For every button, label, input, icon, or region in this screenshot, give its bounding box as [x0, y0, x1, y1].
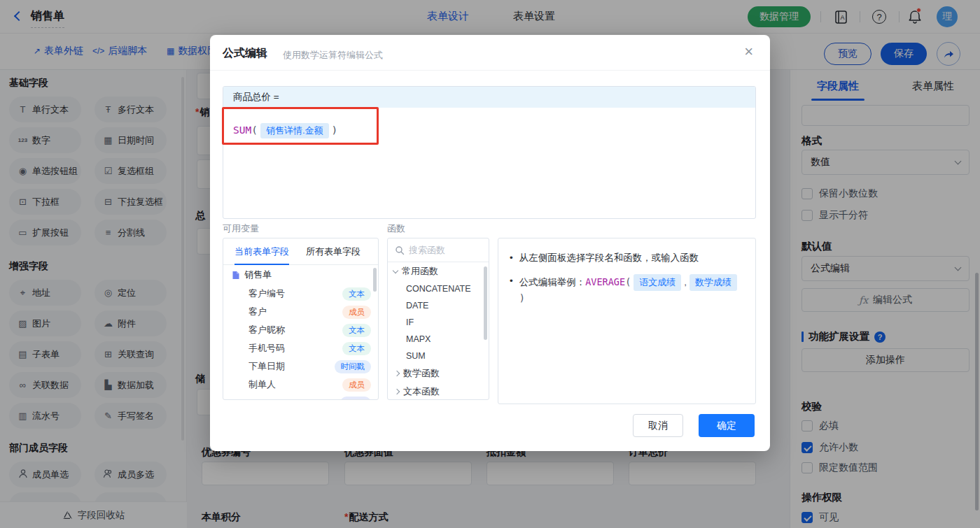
type-badge: 时间戳	[335, 360, 372, 373]
variables-label: 可用变量	[223, 222, 259, 235]
bullet-icon: •	[510, 274, 513, 306]
variable-row-partial	[223, 394, 378, 400]
function-group-math[interactable]: 数学函数	[388, 364, 489, 383]
function-group-text[interactable]: 文本函数	[388, 383, 489, 400]
variable-row[interactable]: 下单日期时间戳	[223, 357, 378, 376]
chevron-down-icon	[393, 267, 398, 273]
example-function-name: AVERAGE	[585, 276, 625, 287]
formula-target: 商品总价 =	[223, 87, 755, 108]
type-badge: 成员	[342, 306, 371, 319]
formula-editor-area[interactable]: 商品总价 = SUM(销售详情.金额)	[223, 86, 756, 219]
function-item-date[interactable]: DATE	[388, 297, 489, 314]
variables-tabs: 当前表单字段 所有表单字段	[223, 238, 378, 265]
formula-expression[interactable]: SUM(销售详情.金额)	[223, 108, 755, 138]
variable-row[interactable]: 客户编号文本	[223, 285, 378, 303]
bullet-icon: •	[510, 251, 513, 266]
variables-scrollbar[interactable]	[373, 268, 377, 292]
function-search[interactable]	[388, 238, 489, 262]
variable-row[interactable]: 客户昵称文本	[223, 321, 378, 339]
functions-panel: 常用函数 CONCATENATE DATE IF MAPX SUM 数学函数 文…	[387, 238, 489, 400]
variable-row[interactable]: 客户成员	[223, 303, 378, 321]
close-paren: )	[332, 124, 338, 136]
tree-root-item[interactable]: 销售单	[223, 265, 378, 285]
example-field-token: 语文成绩	[634, 274, 681, 291]
cancel-button[interactable]: 取消	[633, 414, 683, 437]
type-badge: 文本	[342, 342, 371, 355]
formula-editor-modal: 公式编辑 使用数学运算符编辑公式 × 商品总价 = SUM(销售详情.金额) 可…	[210, 35, 770, 451]
function-group-common[interactable]: 常用函数	[388, 262, 489, 280]
field-token[interactable]: 销售详情.金额	[260, 123, 329, 138]
confirm-button[interactable]: 确定	[699, 414, 755, 437]
help-tip-2: • 公式编辑举例：AVERAGE(语文成绩,数学成绩)	[510, 274, 744, 306]
variable-row[interactable]: 制单人成员	[223, 376, 378, 394]
tab-all-form-fields[interactable]: 所有表单字段	[306, 238, 360, 265]
chevron-right-icon	[394, 371, 400, 376]
function-search-input[interactable]	[409, 245, 473, 255]
modal-title: 公式编辑	[223, 46, 267, 61]
type-badge: 文本	[342, 287, 371, 301]
modal-header-divider	[210, 70, 770, 71]
function-item-sum[interactable]: SUM	[388, 348, 489, 364]
variables-panel: 当前表单字段 所有表单字段 销售单 客户编号文本 客户成员 客户昵称文本 手机号…	[223, 238, 379, 400]
chevron-right-icon	[394, 389, 400, 394]
root-label: 销售单	[244, 269, 272, 281]
function-name: SUM	[233, 124, 251, 136]
variable-row[interactable]: 手机号码文本	[223, 339, 378, 357]
tab-current-form-fields[interactable]: 当前表单字段	[234, 238, 289, 265]
type-badge: 成员	[342, 378, 371, 392]
open-paren: (	[251, 124, 258, 136]
function-item-if[interactable]: IF	[388, 314, 489, 331]
functions-label: 函数	[387, 222, 405, 235]
functions-scrollbar[interactable]	[484, 266, 487, 340]
app-window: 销售单 表单设计 表单设置 数据管理 A ? 理 ↗表单外链 </>后端脚本 ▦…	[0, 0, 980, 528]
example-field-token: 数学成绩	[690, 274, 737, 291]
partial-badge	[340, 397, 371, 400]
help-panel: • 从左侧面板选择字段名和函数，或输入函数 • 公式编辑举例：AVERAGE(语…	[498, 238, 756, 404]
function-item-mapx[interactable]: MAPX	[388, 331, 489, 348]
close-icon[interactable]: ×	[744, 44, 753, 59]
search-icon	[395, 245, 405, 255]
modal-subtitle: 使用数学运算符编辑公式	[283, 49, 383, 62]
help-tip-1: • 从左侧面板选择字段名和函数，或输入函数	[510, 251, 744, 266]
type-badge: 文本	[342, 324, 371, 337]
function-item-concatenate[interactable]: CONCATENATE	[388, 280, 489, 297]
document-icon	[232, 271, 240, 280]
